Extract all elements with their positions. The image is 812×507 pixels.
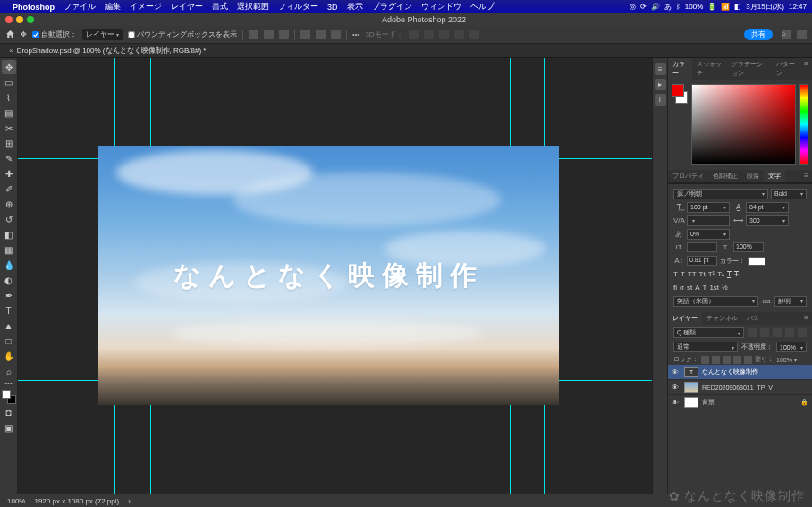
lock-all-icon[interactable]	[744, 356, 752, 364]
eraser-tool[interactable]: ◧	[2, 227, 16, 241]
more-align-icon[interactable]: •••	[352, 30, 359, 38]
marquee-tool[interactable]: ▭	[2, 75, 16, 89]
menu-filter[interactable]: フィルター	[278, 1, 318, 13]
vscale-input[interactable]	[687, 242, 717, 252]
home-icon[interactable]	[5, 30, 15, 39]
menu-image[interactable]: イメージ	[130, 1, 162, 13]
layers-panel-menu[interactable]: ≡	[800, 312, 812, 325]
eyedropper-tool[interactable]: ✎	[2, 151, 16, 165]
align-right-icon[interactable]	[279, 30, 289, 39]
layer-thumb-image[interactable]	[684, 382, 698, 393]
layer-row[interactable]: 👁 背景 🔒	[668, 395, 812, 410]
bbox-checkbox[interactable]: バウンディングボックスを表示	[128, 30, 237, 39]
status-date[interactable]: 3月15日(水)	[746, 2, 784, 12]
bold-button[interactable]: T	[673, 270, 678, 278]
menu-3d[interactable]: 3D	[327, 3, 338, 12]
status-sync-icon[interactable]: ⟳	[640, 3, 647, 11]
canvas-area[interactable]: なんとなく映像制作	[18, 58, 652, 494]
tab-patterns[interactable]: パターン	[772, 58, 801, 80]
italic-button[interactable]: T	[681, 270, 685, 278]
filter-shape-icon[interactable]	[785, 328, 794, 337]
tab-character[interactable]: 文字	[764, 170, 785, 182]
object-select-tool[interactable]: ▤	[2, 106, 16, 120]
menu-select[interactable]: 選択範囲	[237, 1, 269, 13]
color-picker[interactable]	[691, 84, 796, 165]
move-tool[interactable]: ✥	[2, 60, 16, 74]
status-cc-icon[interactable]: ◎	[630, 3, 636, 11]
status-battery-icon[interactable]: 🔋	[707, 3, 716, 11]
heal-tool[interactable]: ✚	[2, 166, 16, 181]
font-weight-select[interactable]: Bold	[771, 189, 807, 199]
smallcaps-button[interactable]: Tt	[699, 270, 706, 278]
kern-pct-input[interactable]: 0%	[687, 229, 730, 240]
color-fg-swatch[interactable]	[672, 84, 684, 97]
strike-button[interactable]: T̶	[734, 270, 739, 278]
artboard[interactable]: なんとなく映像制作	[98, 146, 559, 405]
doc-dims[interactable]: 1920 px x 1080 px (72 ppi)	[34, 497, 119, 505]
blend-mode-select[interactable]: 通常	[673, 342, 738, 352]
layer-filter-select[interactable]: Q 種類	[673, 327, 744, 338]
ot-A-button[interactable]: A	[695, 283, 699, 292]
underline-button[interactable]: T̲	[727, 270, 732, 278]
lock-trans-icon[interactable]	[701, 356, 709, 364]
search-icon[interactable]: ⌕	[782, 30, 791, 39]
status-ime[interactable]: あ	[664, 2, 672, 12]
auto-select-target-select[interactable]: レイヤー	[82, 29, 123, 40]
status-time[interactable]: 12:47	[789, 3, 807, 11]
ot-st-button[interactable]: σ	[680, 283, 684, 292]
layer-name[interactable]: RED20209068011_TP_V	[702, 384, 808, 391]
lock-pos-icon[interactable]	[723, 356, 731, 364]
close-tab-icon[interactable]: ×	[9, 46, 13, 55]
tab-adjustments[interactable]: 色調補正	[708, 170, 742, 182]
ot-aa-button[interactable]: st	[687, 283, 692, 292]
color-panel-menu[interactable]: ≡	[800, 58, 812, 80]
close-window-button[interactable]	[5, 16, 13, 23]
path-select-tool[interactable]: ▲	[2, 318, 16, 333]
ot-fi-button[interactable]: fi	[673, 283, 677, 292]
info-panel-icon[interactable]: i	[655, 94, 666, 106]
leading-input[interactable]: 84 pt	[746, 202, 789, 213]
tab-gradients[interactable]: グラデーション	[727, 58, 772, 80]
status-chevron-icon[interactable]: ›	[128, 497, 131, 505]
hscale-input[interactable]: 100%	[733, 242, 764, 252]
crop-tool[interactable]: ✂	[2, 121, 16, 135]
type-tool[interactable]: T	[2, 303, 16, 317]
auto-select-checkbox[interactable]: 自動選択：	[32, 30, 77, 39]
char-panel-menu[interactable]: ≡	[800, 170, 812, 182]
text-color-swatch[interactable]	[748, 257, 765, 266]
visibility-toggle[interactable]: 👁	[672, 384, 681, 392]
app-name[interactable]: Photoshop	[13, 3, 55, 12]
menu-type[interactable]: 書式	[212, 1, 228, 13]
screen-mode-tool[interactable]: ▣	[2, 420, 16, 435]
tab-paragraph[interactable]: 段落	[742, 170, 764, 182]
status-bluetooth-icon[interactable]: ᛒ	[676, 3, 681, 11]
font-size-input[interactable]: 100 pt	[687, 202, 730, 213]
menu-edit[interactable]: 編集	[105, 1, 121, 13]
edit-toolbar-button[interactable]: •••	[4, 379, 12, 387]
stamp-tool[interactable]: ⊕	[2, 197, 16, 211]
menu-view[interactable]: 表示	[347, 1, 363, 13]
layer-thumb-bg[interactable]	[684, 397, 698, 408]
status-battery[interactable]: 100%	[685, 3, 703, 11]
superscript-button[interactable]: T¹	[708, 270, 715, 278]
align-center-v-icon[interactable]	[316, 30, 326, 39]
subscript-button[interactable]: T₁	[717, 270, 724, 278]
visibility-toggle[interactable]: 👁	[672, 399, 681, 407]
menu-plugins[interactable]: プラグイン	[372, 1, 412, 13]
pen-tool[interactable]: ✒	[2, 288, 16, 302]
zoom-tool[interactable]: ⌕	[2, 364, 16, 378]
align-bottom-icon[interactable]	[331, 30, 341, 39]
color-swatches[interactable]	[2, 390, 16, 404]
lang-select[interactable]: 英語（米国）	[673, 296, 758, 307]
canvas-text[interactable]: なんとなく映像制作	[173, 258, 484, 294]
menu-help[interactable]: ヘルプ	[470, 1, 495, 13]
menu-window[interactable]: ウィンドウ	[421, 1, 461, 13]
tab-channels[interactable]: チャンネル	[702, 312, 742, 325]
filter-pixel-icon[interactable]	[748, 328, 757, 337]
ot-half-button[interactable]: ½	[722, 283, 728, 292]
font-family-select[interactable]: 源ノ明朝	[673, 189, 768, 199]
shape-tool[interactable]: □	[2, 334, 16, 348]
align-left-icon[interactable]	[249, 30, 258, 39]
menu-layer[interactable]: レイヤー	[171, 1, 203, 13]
layer-row[interactable]: 👁 T なんとなく映像制作	[668, 365, 812, 380]
